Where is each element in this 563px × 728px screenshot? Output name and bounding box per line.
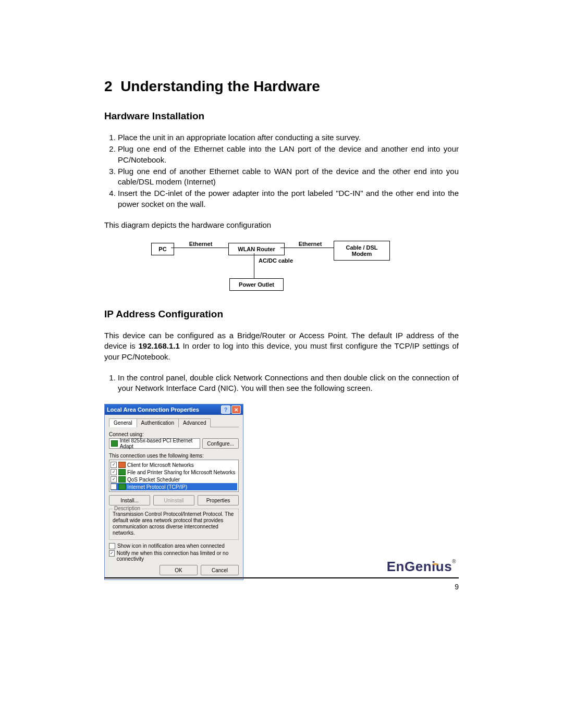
list-item-label: File and Printer Sharing for Microsoft N… bbox=[127, 470, 235, 475]
service-icon bbox=[118, 469, 126, 475]
list-item-label: QoS Packet Scheduler bbox=[127, 477, 180, 483]
connect-using-label: Connect using: bbox=[109, 431, 239, 437]
client-icon bbox=[118, 462, 126, 468]
diagram-modem-box: Cable / DSL Modem bbox=[334, 241, 390, 261]
brand-logo: EnGenius® bbox=[387, 559, 456, 575]
close-icon[interactable]: ✕ bbox=[231, 405, 241, 414]
checkbox-icon[interactable]: ✓ bbox=[111, 462, 117, 468]
registered-icon: ® bbox=[452, 559, 456, 564]
cancel-button[interactable]: Cancel bbox=[201, 565, 239, 575]
list-item[interactable]: ✓ Internet Protocol (TCP/IP) bbox=[111, 483, 237, 490]
items-listbox[interactable]: ✓ Client for Microsoft Networks ✓ File a… bbox=[109, 460, 239, 492]
list-item-label: Internet Protocol (TCP/IP) bbox=[127, 484, 187, 490]
step-item: In the control panel, double click Netwo… bbox=[118, 373, 459, 394]
uninstall-button: Uninstall bbox=[153, 495, 194, 505]
diagram-intro: This diagram depicts the hardware config… bbox=[104, 220, 459, 230]
diagram-ethernet-label: Ethernet bbox=[182, 241, 219, 247]
brand-genius: Genius bbox=[405, 559, 452, 574]
checkbox-icon[interactable]: ✓ bbox=[111, 476, 117, 483]
dialog-tabs: General Authentication Advanced bbox=[109, 418, 239, 427]
checkbox-icon[interactable] bbox=[109, 543, 115, 549]
protocol-icon bbox=[118, 484, 126, 490]
footer-rule bbox=[104, 577, 459, 578]
configure-button[interactable]: Configure... bbox=[202, 438, 239, 449]
wifi-icon bbox=[432, 560, 439, 565]
install-button[interactable]: Install... bbox=[109, 495, 150, 505]
adapter-name: Intel 8255x-based PCI Ethernet Adapt bbox=[120, 438, 199, 449]
chapter-number: 2 bbox=[104, 78, 113, 94]
chapter-title: Understanding the Hardware bbox=[120, 78, 320, 94]
help-icon[interactable]: ? bbox=[221, 405, 230, 414]
uses-items-label: This connection uses the following items… bbox=[109, 453, 239, 459]
description-legend: Description bbox=[113, 505, 142, 511]
description-text: Transmission Control Protocol/Internet P… bbox=[113, 511, 235, 536]
diagram-pc-box: PC bbox=[151, 243, 174, 255]
tab-authentication[interactable]: Authentication bbox=[137, 418, 179, 427]
properties-button[interactable]: Properties bbox=[198, 495, 239, 505]
brand-en: En bbox=[387, 559, 405, 574]
step-item: Plug one end of another Ethernet cable t… bbox=[118, 166, 459, 188]
page-number: 9 bbox=[455, 583, 459, 591]
installation-steps: Place the unit in an appropriate locatio… bbox=[104, 132, 459, 209]
step-item: Plug one end of the Ethernet cable into … bbox=[118, 144, 459, 165]
default-ip: 192.168.1.1 bbox=[139, 341, 180, 350]
list-item-label: Client for Microsoft Networks bbox=[127, 462, 194, 468]
checkbox-icon[interactable]: ✓ bbox=[111, 469, 117, 475]
tab-general[interactable]: General bbox=[109, 418, 137, 427]
diagram-acdc-label: AC/DC cable bbox=[259, 257, 305, 264]
section-hardware-installation: Hardware Installation bbox=[104, 110, 459, 122]
diagram-outlet-box: Power Outlet bbox=[229, 278, 284, 291]
ip-intro-paragraph: This device can be configured as a Bridg… bbox=[104, 330, 459, 362]
nic-icon bbox=[111, 440, 118, 447]
ip-config-steps: In the control panel, double click Netwo… bbox=[104, 373, 459, 394]
adapter-field: Intel 8255x-based PCI Ethernet Adapt bbox=[109, 438, 200, 449]
list-item[interactable]: ✓ File and Printer Sharing for Microsoft… bbox=[111, 468, 237, 476]
notify-label: Notify me when this connection has limit… bbox=[117, 550, 239, 562]
list-item[interactable]: ✓ Client for Microsoft Networks bbox=[111, 461, 237, 468]
chapter-heading: 2 Understanding the Hardware bbox=[104, 78, 459, 95]
hardware-diagram: PC Ethernet WLAN Router Ethernet Cable /… bbox=[151, 241, 412, 293]
dialog-titlebar[interactable]: Local Area Connection Properties ? ✕ bbox=[105, 404, 243, 415]
section-ip-config: IP Address Configuration bbox=[104, 309, 459, 320]
show-icon-label: Show icon in notification area when conn… bbox=[117, 543, 225, 549]
svg-point-0 bbox=[435, 564, 436, 565]
step-item: Place the unit in an appropriate locatio… bbox=[118, 132, 459, 143]
tab-advanced[interactable]: Advanced bbox=[178, 418, 211, 427]
diagram-router-box: WLAN Router bbox=[228, 243, 285, 255]
list-item[interactable]: ✓ QoS Packet Scheduler bbox=[111, 476, 237, 483]
properties-dialog: Local Area Connection Properties ? ✕ Gen… bbox=[104, 404, 243, 580]
ok-button[interactable]: OK bbox=[160, 565, 198, 575]
step-item: Insert the DC-inlet of the power adapter… bbox=[118, 188, 459, 209]
dialog-title-text: Local Area Connection Properties bbox=[107, 406, 199, 413]
checkbox-icon[interactable]: ✓ bbox=[111, 484, 117, 490]
diagram-ethernet-label: Ethernet bbox=[292, 241, 328, 247]
service-icon bbox=[118, 476, 126, 483]
checkbox-icon[interactable]: ✓ bbox=[109, 550, 115, 557]
description-group: Description Transmission Control Protoco… bbox=[109, 509, 239, 540]
